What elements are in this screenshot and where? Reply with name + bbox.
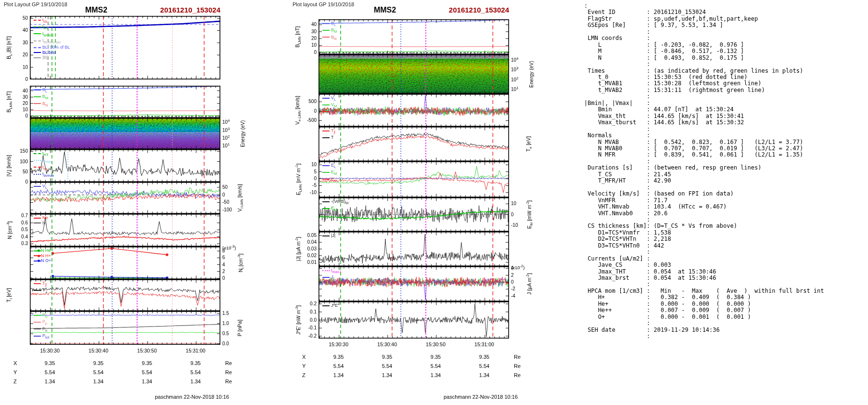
rtick-label: 103 bbox=[222, 127, 230, 133]
legend-item: J*E' bbox=[322, 303, 339, 308]
legend-label: tMVAB bbox=[42, 31, 53, 36]
panel-j-lmn: 420-2-4(x10-2)J [µA m-2]tmaxJJL bbox=[289, 266, 577, 301]
legend-label: tdvmax bbox=[42, 171, 54, 176]
legend-item: T bbox=[322, 135, 335, 140]
legend-line-sample bbox=[34, 322, 41, 323]
y-axis-label: Ti [eV] bbox=[6, 279, 13, 311]
legend-line-sample bbox=[322, 208, 330, 209]
right-axis-label: Energy (eV) bbox=[240, 118, 245, 149]
legend-line-sample bbox=[322, 172, 330, 173]
plot-area-density bbox=[30, 214, 220, 247]
position-table-value: 5.54 bbox=[464, 363, 505, 369]
panel-je: 0.20.10.0-0.1-0.2J*E' [nW m-3]J*E' bbox=[289, 301, 577, 339]
legend-line-sample bbox=[34, 33, 41, 34]
panel-j-mag: 0.050.040.030.020.01|J| [µA m-2]|J| bbox=[289, 232, 577, 266]
legend-label: Ph bbox=[42, 327, 47, 331]
position-table-value: 1.34 bbox=[319, 372, 359, 378]
rtick-label: 103 bbox=[511, 66, 518, 72]
plot-area-b-lmn bbox=[30, 86, 220, 118]
legend-line-sample bbox=[322, 137, 330, 138]
legend-label: -(VexB)M bbox=[331, 199, 348, 204]
x-tick-label: 15:30:30 bbox=[30, 348, 70, 353]
rtick-label: 101 bbox=[222, 142, 230, 148]
legend-marker-dot bbox=[38, 249, 40, 252]
legend-item: JL bbox=[322, 274, 341, 281]
plot-area-pressure bbox=[30, 311, 220, 345]
legend-item: BL bbox=[34, 87, 48, 94]
legend: BLBMBN bbox=[322, 21, 337, 41]
legend-line-sample bbox=[34, 40, 41, 41]
position-table-value: 5.54 bbox=[367, 363, 408, 369]
x-tick-label: 15:30:40 bbox=[78, 348, 119, 353]
legend-item: tcs bbox=[34, 165, 54, 171]
panel-ve-lmn: 5000-500Ve LMN [km/s]VLVMVN bbox=[289, 94, 577, 127]
position-table-value: 9.35 bbox=[127, 360, 167, 366]
legend-label: BL bbox=[42, 87, 47, 92]
plot-area-vi-lmn bbox=[30, 182, 220, 214]
y-axis-label: Ve LMN [km/s] bbox=[294, 94, 302, 127]
position-table-unit: Re bbox=[514, 363, 521, 369]
panel-minor-ion-density: 86420(x10-3)Ni [cm-3]N He+N H+N O+ bbox=[0, 247, 289, 279]
legend-line-sample bbox=[322, 270, 330, 271]
info-text: : Event ID : 20161210_153024 FlagStr : s… bbox=[583, 0, 868, 340]
legend: -(VexB)MEM bbox=[322, 199, 348, 213]
position-table-value: 1.34 bbox=[416, 372, 456, 378]
legend-label: tcs bbox=[42, 17, 47, 22]
legend-label: tHT bbox=[42, 151, 49, 156]
position-table-row-label: Y bbox=[302, 363, 306, 369]
legend-item: T∥ bbox=[34, 281, 48, 287]
legend-item: EM bbox=[322, 206, 348, 212]
plot-area-ion-spectrogram bbox=[30, 118, 220, 149]
legend-line-sample bbox=[322, 131, 330, 131]
legend-line-sample bbox=[34, 47, 41, 48]
event-id-label: 20161210_153024 bbox=[134, 6, 220, 14]
axis-multiplier-note: (x10-3) bbox=[222, 244, 236, 250]
rtick-label: 102 bbox=[222, 134, 230, 141]
rtick-label: 104 bbox=[511, 56, 518, 63]
rtick-label: 2 bbox=[222, 269, 225, 274]
position-table-value: 9.35 bbox=[30, 360, 70, 366]
panel-density: 0.30.40.50.60.7N [cm-3]NeNi bbox=[0, 214, 289, 247]
legend: BLBMBN bbox=[34, 87, 48, 108]
legend: |J| bbox=[322, 233, 335, 238]
legend-item: N H+ bbox=[34, 253, 53, 259]
legend-line-sample bbox=[34, 103, 41, 104]
rtick-label: 0.5 bbox=[222, 331, 229, 336]
legend-item: |B| bbox=[34, 55, 70, 60]
legend-label: Pp bbox=[42, 319, 47, 324]
legend: tcstHTtMVABtBLminmaxBL, 50% of BLBL brst… bbox=[34, 17, 70, 60]
legend-line-sample bbox=[34, 153, 41, 154]
plot-area-te bbox=[319, 127, 509, 161]
legend-item: BL brst bbox=[34, 50, 70, 55]
position-table-value: 5.54 bbox=[416, 363, 456, 369]
panel-electron-spectrogram: 104103102101Energy (eV) bbox=[289, 54, 577, 94]
position-table-value: 1.34 bbox=[176, 379, 216, 384]
legend-label: tvmax bbox=[42, 157, 52, 162]
legend-label: T∥ bbox=[331, 128, 335, 133]
legend-line-sample bbox=[322, 305, 330, 306]
legend: NeNi bbox=[34, 215, 48, 225]
position-table-value: 5.54 bbox=[78, 369, 119, 375]
legend-label: N O+ bbox=[41, 258, 51, 263]
legend-line-sample bbox=[322, 235, 330, 236]
legend: T∥T bbox=[322, 128, 335, 140]
rtick-label: 1.5 bbox=[222, 311, 229, 316]
x-tick-label: 15:31:00 bbox=[464, 341, 505, 347]
legend: PbPpPhPtot bbox=[34, 313, 49, 340]
right-axis-label: P [nPa] bbox=[237, 311, 243, 345]
legend-item: VM bbox=[322, 102, 337, 109]
legend-marker-dot bbox=[38, 255, 40, 257]
x-tick-label: 15:31:00 bbox=[176, 348, 216, 353]
right-axis-label: Ni [cm-3] bbox=[237, 247, 245, 279]
plot-area-je bbox=[319, 301, 509, 339]
legend-label: Ptot bbox=[42, 333, 49, 338]
legend-line-sample bbox=[34, 160, 41, 161]
plot-area-b-lmn bbox=[319, 19, 509, 54]
legend-item: T∥ bbox=[322, 128, 335, 135]
y-axis-label: N [cm-3] bbox=[6, 214, 13, 247]
legend-item: EN bbox=[322, 177, 337, 183]
legend-item: BL bbox=[322, 21, 337, 27]
y-axis-label: |J| [µA m-2] bbox=[294, 232, 301, 266]
panel-b-lmn: 010203040BLMN [nT]BLBMBN bbox=[289, 19, 577, 54]
legend-label: Ni bbox=[42, 221, 47, 225]
